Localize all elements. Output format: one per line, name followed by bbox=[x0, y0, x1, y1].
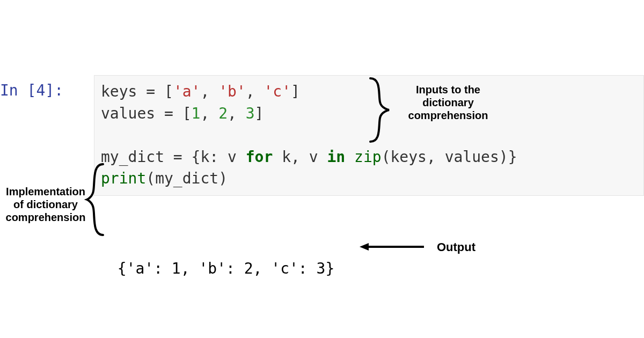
code-token: = bbox=[164, 148, 192, 166]
annotation-impl: Implementation of dictionary comprehensi… bbox=[0, 185, 91, 224]
code-token: for bbox=[246, 148, 273, 166]
annotation-output: Output bbox=[429, 240, 483, 254]
code-token: values bbox=[101, 105, 155, 122]
prompt-label: In [4]: bbox=[0, 82, 63, 99]
code-token: print bbox=[101, 170, 146, 187]
output-cell: {'a': 1, 'b': 2, 'c': 3} bbox=[99, 236, 334, 280]
code-token: in bbox=[327, 148, 345, 166]
code-token: [ bbox=[182, 105, 192, 122]
annotation-impl-text: Implementation of dictionary comprehensi… bbox=[6, 186, 86, 223]
code-token: keys bbox=[101, 83, 137, 100]
annotation-inputs-text: Inputs to the dictionary comprehension bbox=[408, 84, 488, 121]
code-token: , bbox=[228, 105, 246, 122]
code-token: (keys, values)} bbox=[382, 148, 517, 166]
code-token: k, v bbox=[273, 148, 327, 166]
output-text: {'a': 1, 'b': 2, 'c': 3} bbox=[118, 260, 335, 277]
code-token: 'c' bbox=[264, 83, 291, 100]
code-token bbox=[345, 148, 354, 166]
code-token: { bbox=[192, 148, 201, 166]
code-token: , bbox=[200, 105, 218, 122]
code-token: , bbox=[200, 83, 218, 100]
arrow-output-icon bbox=[357, 239, 427, 255]
annotation-output-text: Output bbox=[437, 240, 475, 254]
code-token: , bbox=[246, 83, 264, 100]
code-token: = bbox=[155, 105, 182, 122]
code-token: 3 bbox=[246, 105, 255, 122]
code-token: 2 bbox=[218, 105, 228, 122]
code-token: ] bbox=[291, 83, 300, 100]
annotation-inputs: Inputs to the dictionary comprehension bbox=[400, 83, 496, 122]
svg-marker-1 bbox=[360, 243, 369, 251]
code-token: 1 bbox=[192, 105, 201, 122]
code-token: [ bbox=[164, 83, 173, 100]
code-token: ] bbox=[255, 105, 264, 122]
code-token: my_dict bbox=[101, 148, 164, 166]
code-token: 'b' bbox=[218, 83, 246, 100]
code-token: = bbox=[137, 83, 164, 100]
cell-prompt: In [4]: bbox=[0, 82, 63, 99]
code-token: 'a' bbox=[173, 83, 201, 100]
code-token: zip bbox=[354, 148, 382, 166]
brace-inputs-icon bbox=[365, 75, 397, 145]
code-token: k: v bbox=[200, 148, 245, 166]
code-token: (my_dict) bbox=[146, 170, 228, 187]
